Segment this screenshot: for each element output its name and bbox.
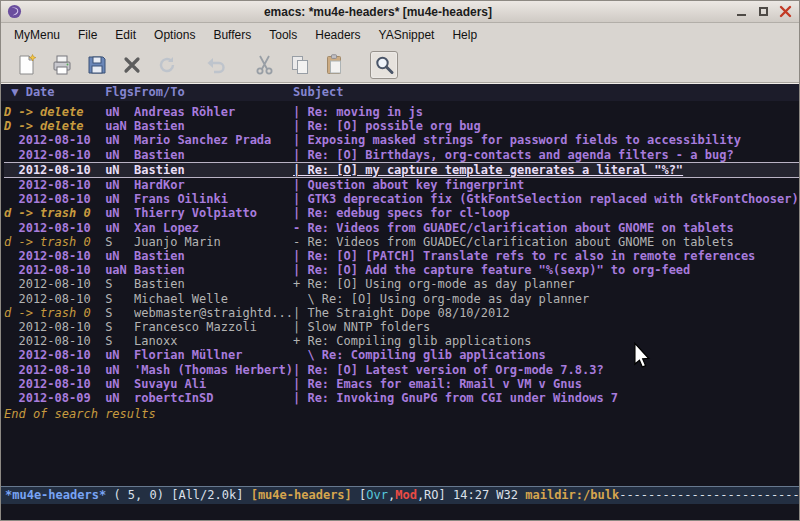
column-header-from[interactable]: From/To: [134, 84, 293, 101]
maximize-icon: [759, 7, 768, 16]
message-row[interactable]: D -> deleteuNAndreas Röhler| Re: moving …: [4, 105, 799, 119]
menu-item-headers[interactable]: Headers: [306, 25, 369, 45]
message-marker: d -> trash 0: [4, 306, 105, 320]
minibuffer[interactable]: [1, 504, 799, 520]
message-subject: - Re: Videos from GUADEC/clarification a…: [293, 221, 799, 235]
copy-icon: [288, 53, 312, 77]
modeline-segment-amber: maildir:/bulk: [525, 488, 619, 502]
message-from: Thierry Volpiatto: [134, 206, 293, 220]
menu-item-mymenu[interactable]: MyMenu: [5, 25, 69, 45]
message-marker: 2012-08-10: [4, 377, 105, 391]
message-flags: uN: [105, 133, 134, 147]
paste-button[interactable]: [321, 51, 349, 79]
menubar: MyMenuFileEditOptionsBuffersToolsHeaders…: [1, 23, 799, 47]
undo-icon: [204, 53, 228, 77]
message-from: Michael Welle: [134, 292, 293, 306]
close-buffer-button[interactable]: [118, 51, 146, 79]
message-row[interactable]: 2012-08-10SBastien+ Re: [O] Using org-mo…: [4, 277, 799, 291]
message-marker: 2012-08-10: [4, 148, 105, 162]
message-from: webmaster@straightd...: [134, 306, 293, 320]
menu-item-yasnippet[interactable]: YASnippet: [370, 25, 444, 45]
print-button[interactable]: [48, 51, 76, 79]
column-header-subject[interactable]: Subject: [293, 84, 799, 101]
copy-button[interactable]: [286, 51, 314, 79]
minimize-button[interactable]: [734, 4, 749, 19]
titlebar[interactable]: emacs: *mu4e-headers* [mu4e-headers]: [1, 1, 799, 23]
close-buffer-icon: [120, 53, 144, 77]
message-subject: | Re: Emacs for email: Rmail v VM v Gnus: [293, 377, 799, 391]
message-from: Florian Müllner: [134, 348, 293, 362]
message-from: HardKor: [134, 178, 293, 192]
save-button[interactable]: [83, 51, 111, 79]
message-row[interactable]: d -> trash 0SJuanjo Marin- Re: Videos fr…: [4, 235, 799, 249]
message-flags: S: [105, 292, 134, 306]
message-row[interactable]: 2012-08-10uNSuvayu Ali| Re: Emacs for em…: [4, 377, 799, 391]
message-flags: uN: [105, 377, 134, 391]
message-flags: uN: [105, 348, 134, 362]
menu-item-options[interactable]: Options: [145, 25, 204, 45]
message-row[interactable]: d -> trash 0Swebmaster@straightd...| The…: [4, 306, 799, 320]
message-row[interactable]: 2012-08-10SMichael Welle \ Re: [O] Using…: [4, 292, 799, 306]
menu-item-tools[interactable]: Tools: [260, 25, 306, 45]
headers-header-line: ▼ Date Flgs From/To Subject: [1, 84, 799, 101]
close-button[interactable]: [778, 4, 793, 19]
message-row[interactable]: 2012-08-09uNrobertcInSD| Re: Invoking Gn…: [4, 391, 799, 405]
message-flags: uN: [105, 148, 134, 162]
message-flags: uN: [105, 391, 134, 405]
menu-item-file[interactable]: File: [69, 25, 106, 45]
cut-button[interactable]: [251, 51, 279, 79]
message-row[interactable]: 2012-08-10uNMario Sanchez Prada| Exposin…: [4, 133, 799, 147]
message-row[interactable]: 2012-08-10uNBastien| Re: [O] [PATCH] Tra…: [4, 249, 799, 263]
menu-item-help[interactable]: Help: [443, 25, 486, 45]
message-subject: | GTK3 deprecation fix (GtkFontSelection…: [293, 192, 799, 206]
window-title: emacs: *mu4e-headers* [mu4e-headers]: [22, 5, 734, 19]
message-subject: | Re: [O] Birthdays, org-contacts and ag…: [293, 148, 799, 162]
search-button[interactable]: [370, 51, 398, 79]
modeline-segment-amber: [mu4e-headers]: [251, 488, 352, 502]
message-subject: \ Re: Compiling glib applications: [293, 348, 799, 362]
message-marker: 2012-08-10: [4, 292, 105, 306]
menu-item-buffers[interactable]: Buffers: [204, 25, 260, 45]
message-flags: uN: [105, 363, 134, 377]
message-from: Lanoxx: [134, 334, 293, 348]
message-flags: S: [105, 277, 134, 291]
new-file-button[interactable]: [13, 51, 41, 79]
message-marker: 2012-08-10: [4, 163, 105, 177]
paste-icon: [323, 53, 347, 77]
menu-item-edit[interactable]: Edit: [106, 25, 145, 45]
app-icon: [7, 4, 22, 19]
message-flags: S: [105, 306, 134, 320]
message-row[interactable]: 2012-08-10uNBastien| Re: [O] Birthdays, …: [4, 148, 799, 162]
message-flags: S: [105, 334, 134, 348]
undo-button[interactable]: [202, 51, 230, 79]
message-marker: 2012-08-09: [4, 391, 105, 405]
message-marker: 2012-08-10: [4, 178, 105, 192]
message-row[interactable]: 2012-08-10uNHardKor| Question about key …: [4, 178, 799, 192]
message-row[interactable]: 2012-08-10SFrancesco Mazzoli| Slow NNTP …: [4, 320, 799, 334]
message-row[interactable]: 2012-08-10uNBastien| Re: [O] my capture …: [4, 162, 799, 178]
message-marker: 2012-08-10: [4, 363, 105, 377]
message-row[interactable]: 2012-08-10uNFlorian Müllner \ Re: Compil…: [4, 348, 799, 362]
modeline-segment-cyan: Ovr: [366, 488, 388, 502]
maximize-button[interactable]: [756, 4, 771, 19]
message-row[interactable]: 2012-08-10uNXan Lopez- Re: Videos from G…: [4, 221, 799, 235]
column-header-flags[interactable]: Flgs: [105, 84, 134, 101]
refresh-button[interactable]: [153, 51, 181, 79]
message-from: Bastien: [134, 163, 293, 177]
column-header-date[interactable]: ▼ Date: [4, 84, 105, 101]
message-flags: S: [105, 235, 134, 249]
message-row[interactable]: d -> trash 0uNThierry Volpiatto| Re: ede…: [4, 206, 799, 220]
message-subject: | Slow NNTP folders: [293, 320, 799, 334]
message-subject: | Re: [O] possible org bug: [293, 119, 799, 133]
message-subject: | Re: [O] Add the capture feature "%(sex…: [293, 263, 799, 277]
message-row[interactable]: 2012-08-10SLanoxx+ Re: Compiling glib ap…: [4, 334, 799, 348]
message-row[interactable]: 2012-08-10uaNBastien| Re: [O] Add the ca…: [4, 263, 799, 277]
modeline: *mu4e-headers* ( 5, 0) [All/2.0k] [mu4e-…: [1, 486, 799, 504]
message-row[interactable]: D -> deleteuaNBastien| Re: [O] possible …: [4, 119, 799, 133]
message-row[interactable]: 2012-08-10uNFrans Oilinki| GTK3 deprecat…: [4, 192, 799, 206]
modeline-segment-plain: [: [352, 488, 366, 502]
message-row[interactable]: 2012-08-10uN'Mash (Thomas Herbert)| Re: …: [4, 363, 799, 377]
emacs-frame: ▼ Date Flgs From/To Subject D -> deleteu…: [1, 83, 799, 520]
minimize-icon: [737, 7, 746, 16]
modeline-segment-bufname: *mu4e-headers*: [5, 488, 106, 502]
